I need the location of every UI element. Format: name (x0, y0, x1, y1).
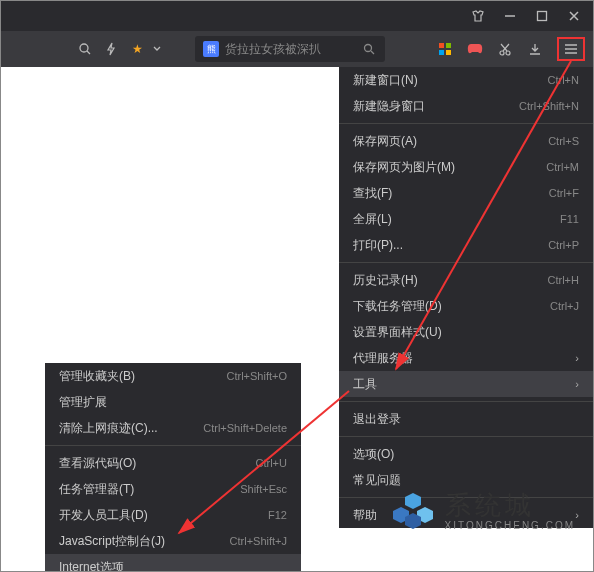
main-menu-item-10[interactable]: 下载任务管理(D)Ctrl+J (339, 293, 593, 319)
search-icon[interactable] (77, 41, 93, 57)
menu-item-label: 新建隐身窗口 (353, 98, 519, 115)
svg-rect-7 (446, 43, 451, 48)
menu-item-label: 任务管理器(T) (59, 481, 240, 498)
menu-separator (45, 445, 301, 446)
menu-item-label: 打印(P)... (353, 237, 548, 254)
svg-line-3 (87, 51, 90, 54)
menu-item-label: 开发人员工具(D) (59, 507, 268, 524)
menu-item-label: 查找(F) (353, 185, 549, 202)
main-menu-item-0[interactable]: 新建窗口(N)Ctrl+N (339, 67, 593, 93)
close-icon[interactable] (567, 9, 581, 23)
menu-item-shortcut: Ctrl+Shift+J (230, 535, 287, 547)
menu-item-label: 历史记录(H) (353, 272, 548, 289)
hamburger-icon[interactable] (563, 41, 579, 57)
menu-item-shortcut: F11 (560, 213, 579, 225)
menu-item-shortcut: Ctrl+M (546, 161, 579, 173)
maximize-icon[interactable] (535, 9, 549, 23)
appearance-icon[interactable] (471, 9, 485, 23)
main-menu-item-6[interactable]: 全屏(L)F11 (339, 206, 593, 232)
hamburger-highlight (557, 37, 585, 61)
chevron-right-icon: › (575, 509, 579, 521)
download-icon[interactable] (527, 41, 543, 57)
scissors-icon[interactable] (497, 41, 513, 57)
menu-item-shortcut: F12 (268, 509, 287, 521)
menu-item-label: Internet选项 (59, 559, 287, 573)
minimize-icon[interactable] (503, 9, 517, 23)
sub-menu-item-0[interactable]: 管理收藏夹(B)Ctrl+Shift+O (45, 363, 301, 389)
menu-separator (339, 123, 593, 124)
menu-item-shortcut: Ctrl+U (256, 457, 287, 469)
watermark: 系统城 XITONGCHENG.COM (391, 489, 575, 533)
menu-item-label: 查看源代码(O) (59, 455, 256, 472)
menu-item-label: 退出登录 (353, 411, 579, 428)
lightning-icon[interactable] (103, 41, 119, 57)
menu-item-label: 管理收藏夹(B) (59, 368, 226, 385)
menu-item-shortcut: Ctrl+N (548, 74, 579, 86)
svg-rect-1 (538, 12, 547, 21)
main-menu: 新建窗口(N)Ctrl+N新建隐身窗口Ctrl+Shift+N保存网页(A)Ct… (339, 67, 593, 528)
sub-menu-item-5[interactable]: 任务管理器(T)Shift+Esc (45, 476, 301, 502)
menu-item-label: 全屏(L) (353, 211, 560, 228)
menu-item-label: 下载任务管理(D) (353, 298, 550, 315)
baidu-icon: 熊 (203, 41, 219, 57)
menu-item-shortcut: Ctrl+Shift+O (226, 370, 287, 382)
sub-menu-item-4[interactable]: 查看源代码(O)Ctrl+U (45, 450, 301, 476)
svg-point-10 (500, 51, 504, 55)
watermark-url: XITONGCHENG.COM (445, 520, 575, 531)
svg-point-2 (80, 44, 88, 52)
chevron-down-icon[interactable] (149, 41, 165, 57)
sub-menu-item-1[interactable]: 管理扩展 (45, 389, 301, 415)
menu-item-label: JavaScript控制台(J) (59, 533, 230, 550)
sub-menu-item-2[interactable]: 清除上网痕迹(C)...Ctrl+Shift+Delete (45, 415, 301, 441)
menu-separator (339, 436, 593, 437)
svg-point-4 (365, 45, 372, 52)
tools-submenu: 管理收藏夹(B)Ctrl+Shift+O管理扩展清除上网痕迹(C)...Ctrl… (45, 363, 301, 572)
gamepad-icon[interactable] (467, 41, 483, 57)
menu-separator (339, 401, 593, 402)
menu-item-label: 设置界面样式(U) (353, 324, 579, 341)
main-menu-item-15[interactable]: 退出登录 (339, 406, 593, 432)
watermark-icon (391, 489, 435, 533)
menu-item-shortcut: Shift+Esc (240, 483, 287, 495)
main-menu-item-3[interactable]: 保存网页(A)Ctrl+S (339, 128, 593, 154)
svg-line-5 (371, 51, 374, 54)
menu-item-shortcut: Ctrl+H (548, 274, 579, 286)
sub-menu-item-8[interactable]: Internet选项 (45, 554, 301, 572)
svg-rect-9 (446, 50, 451, 55)
search-go-icon[interactable] (361, 41, 377, 57)
main-menu-item-17[interactable]: 选项(O) (339, 441, 593, 467)
menu-item-label: 常见问题 (353, 472, 579, 489)
menu-item-label: 工具 (353, 376, 575, 393)
main-menu-item-4[interactable]: 保存网页为图片(M)Ctrl+M (339, 154, 593, 180)
watermark-title: 系统城 (445, 491, 575, 520)
menu-item-label: 保存网页(A) (353, 133, 548, 150)
svg-rect-8 (439, 50, 444, 55)
chevron-right-icon: › (575, 352, 579, 364)
main-menu-item-12[interactable]: 代理服务器› (339, 345, 593, 371)
search-placeholder: 货拉拉女孩被深扒 (219, 41, 361, 58)
menu-item-shortcut: Ctrl+S (548, 135, 579, 147)
browser-toolbar: ★ 熊 货拉拉女孩被深扒 (1, 31, 593, 67)
main-menu-item-11[interactable]: 设置界面样式(U) (339, 319, 593, 345)
main-menu-item-1[interactable]: 新建隐身窗口Ctrl+Shift+N (339, 93, 593, 119)
svg-point-11 (506, 51, 510, 55)
menu-item-label: 保存网页为图片(M) (353, 159, 546, 176)
sub-menu-item-6[interactable]: 开发人员工具(D)F12 (45, 502, 301, 528)
search-input[interactable]: 熊 货拉拉女孩被深扒 (195, 36, 385, 62)
menu-item-shortcut: Ctrl+J (550, 300, 579, 312)
menu-item-label: 选项(O) (353, 446, 579, 463)
main-menu-item-13[interactable]: 工具› (339, 371, 593, 397)
menu-item-shortcut: Ctrl+F (549, 187, 579, 199)
sub-menu-item-7[interactable]: JavaScript控制台(J)Ctrl+Shift+J (45, 528, 301, 554)
grid-icon[interactable] (437, 41, 453, 57)
star-icon[interactable]: ★ (129, 41, 145, 57)
window-titlebar (1, 1, 593, 31)
chevron-right-icon: › (575, 378, 579, 390)
menu-item-label: 管理扩展 (59, 394, 287, 411)
svg-marker-15 (405, 493, 421, 509)
main-menu-item-7[interactable]: 打印(P)...Ctrl+P (339, 232, 593, 258)
main-menu-item-5[interactable]: 查找(F)Ctrl+F (339, 180, 593, 206)
menu-item-shortcut: Ctrl+Shift+Delete (203, 422, 287, 434)
menu-separator (339, 262, 593, 263)
main-menu-item-9[interactable]: 历史记录(H)Ctrl+H (339, 267, 593, 293)
